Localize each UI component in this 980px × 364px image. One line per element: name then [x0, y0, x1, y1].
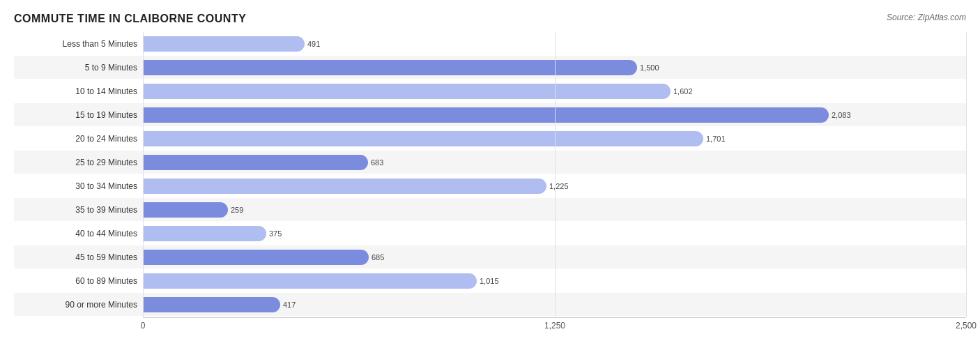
bar-value: 259	[231, 206, 243, 214]
bar-row: 35 to 39 Minutes259	[14, 198, 966, 221]
bar-row: 60 to 89 Minutes1,015	[14, 269, 966, 292]
bar-label: 5 to 9 Minutes	[14, 63, 143, 73]
chart-source: Source: ZipAtlas.com	[887, 13, 966, 22]
bar-label: 20 to 24 Minutes	[14, 134, 143, 144]
bar-fill	[143, 250, 369, 265]
bar-track: 1,602	[143, 82, 966, 100]
bar-label: Less than 5 Minutes	[14, 39, 143, 49]
x-axis: 01,2502,500	[143, 317, 966, 321]
bar-value: 1,225	[549, 182, 569, 190]
bar-value: 375	[269, 229, 282, 238]
bar-track: 417	[143, 296, 966, 314]
bar-label: 10 to 14 Minutes	[14, 86, 143, 96]
bar-track: 1,500	[143, 59, 966, 77]
chart-header: COMMUTE TIME IN CLAIBORNE COUNTY Source:…	[14, 13, 966, 25]
chart-title: COMMUTE TIME IN CLAIBORNE COUNTY	[14, 13, 246, 25]
bar-row: 10 to 14 Minutes1,602	[14, 79, 966, 103]
bar-label: 15 to 19 Minutes	[14, 110, 143, 120]
bar-row: 25 to 29 Minutes683	[14, 151, 966, 174]
bar-fill	[143, 297, 280, 312]
bar-track: 683	[143, 153, 966, 172]
bar-fill	[143, 273, 477, 289]
bar-value: 1,701	[706, 135, 726, 143]
grid-line	[966, 32, 967, 317]
bar-fill	[143, 60, 637, 75]
bar-label: 25 to 29 Minutes	[14, 158, 143, 167]
bar-track: 491	[143, 35, 966, 53]
bar-track: 375	[143, 225, 966, 243]
bar-fill	[143, 202, 228, 218]
bar-row: 5 to 9 Minutes1,500	[14, 56, 966, 79]
bar-value: 491	[307, 40, 320, 48]
bar-value: 417	[283, 301, 296, 309]
chart-body: Less than 5 Minutes4915 to 9 Minutes1,50…	[14, 32, 966, 321]
bar-row: Less than 5 Minutes491	[14, 32, 966, 55]
bar-label: 90 or more Minutes	[14, 300, 143, 310]
x-axis-tick: 1,250	[544, 321, 565, 331]
bar-value: 1,500	[640, 63, 659, 72]
bar-value: 683	[371, 158, 383, 167]
bar-row: 15 to 19 Minutes2,083	[14, 103, 966, 126]
bar-fill	[143, 155, 368, 170]
x-axis-tick: 0	[141, 321, 146, 331]
bar-fill	[143, 84, 671, 99]
bar-fill	[143, 131, 703, 146]
bar-fill	[143, 107, 829, 123]
bar-track: 685	[143, 248, 966, 266]
bar-track: 1,015	[143, 272, 966, 290]
bar-track: 2,083	[143, 106, 966, 124]
bar-fill	[143, 226, 266, 241]
bar-row: 30 to 34 Minutes1,225	[14, 174, 966, 197]
bars-area: Less than 5 Minutes4915 to 9 Minutes1,50…	[14, 32, 966, 317]
bar-label: 60 to 89 Minutes	[14, 276, 143, 286]
bar-row: 20 to 24 Minutes1,701	[14, 127, 966, 150]
bar-track: 1,225	[143, 177, 966, 195]
bar-value: 1,602	[673, 87, 693, 96]
bar-row: 45 to 59 Minutes685	[14, 245, 966, 268]
bar-row: 90 or more Minutes417	[14, 293, 966, 316]
bar-label: 40 to 44 Minutes	[14, 229, 143, 238]
bar-label: 30 to 34 Minutes	[14, 181, 143, 191]
bar-value: 1,015	[480, 277, 499, 285]
x-axis-tick: 2,500	[956, 321, 977, 331]
chart-container: COMMUTE TIME IN CLAIBORNE COUNTY Source:…	[0, 0, 980, 364]
bar-track: 259	[143, 201, 966, 219]
bar-label: 45 to 59 Minutes	[14, 252, 143, 262]
bar-fill	[143, 179, 546, 194]
bar-fill	[143, 36, 305, 52]
bar-track: 1,701	[143, 130, 966, 148]
bar-value: 2,083	[832, 111, 851, 119]
bar-value: 685	[372, 253, 384, 261]
bar-row: 40 to 44 Minutes375	[14, 222, 966, 245]
bar-label: 35 to 39 Minutes	[14, 205, 143, 215]
